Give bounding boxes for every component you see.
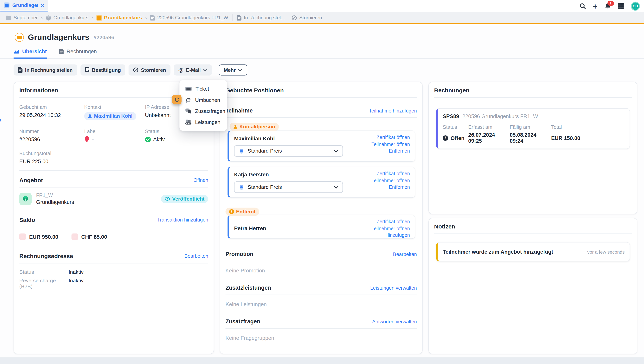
reverse-charge-value: Inaktiv bbox=[69, 278, 84, 289]
tab-uebersicht[interactable]: Übersicht bbox=[14, 48, 47, 58]
removed-badge: ! Entfernt bbox=[225, 208, 259, 216]
invoices-panel: Rechnungen SPS89 220596 Grundlagenkurs F… bbox=[428, 82, 637, 214]
tab-rechnungen[interactable]: Rechnungen bbox=[59, 48, 97, 58]
open-certificate-link[interactable]: Zertifikat öffnen bbox=[377, 134, 410, 140]
edit-address-link[interactable]: Bearbeiten bbox=[184, 253, 208, 259]
participant-card: Katja Gersten Zertifikat öffnen Teilnehm… bbox=[227, 166, 415, 198]
add-transaction-link[interactable]: Transaktion hinzufügen bbox=[157, 217, 208, 223]
remove-link[interactable]: Entfernen bbox=[389, 184, 410, 190]
invoice-card[interactable]: SPS89 220596 Grundlagenkurs FR1_W Status… bbox=[436, 108, 630, 149]
participant-card: Maximilian Kohl Zertifikat öffnen Teilne… bbox=[227, 130, 415, 162]
questions-empty-text: Keine Fragegruppen bbox=[220, 328, 422, 347]
number-value: #220596 bbox=[19, 136, 84, 142]
invoice-button[interactable]: In Rechnung stellen bbox=[14, 64, 77, 76]
chevron-right-icon: › bbox=[145, 14, 147, 21]
saldo-item: − EUR 950.00 bbox=[19, 234, 58, 240]
person-icon bbox=[233, 125, 237, 129]
invoice-due-value: 05.08.2024 09:24 bbox=[510, 132, 551, 144]
invoice-status-label: Status bbox=[443, 124, 468, 130]
price-select-value: Standard Preis bbox=[248, 184, 282, 190]
offer-item[interactable]: FR1_W Grundlagenkurs Veröffentlicht bbox=[14, 188, 214, 210]
invoices-panel-title: Rechnungen bbox=[434, 87, 469, 94]
action-toolbar: In Rechnung stellen Bestätigung Stornier… bbox=[14, 64, 644, 76]
ban-icon bbox=[133, 68, 139, 73]
note-card: Teilnehmer wurde zum Angebot hinzugefügt… bbox=[436, 242, 630, 262]
apps-grid-icon[interactable] bbox=[618, 3, 624, 9]
remove-link[interactable]: Entfernen bbox=[389, 148, 410, 154]
price-select[interactable]: Standard Preis bbox=[234, 145, 343, 157]
breadcrumb-action-invoice[interactable]: In Rechnung stel... bbox=[237, 15, 285, 20]
chevron-down-icon bbox=[334, 186, 338, 188]
invoice-status-value: ! Offen bbox=[443, 132, 468, 144]
add-icon[interactable]: + bbox=[593, 2, 597, 10]
open-certificate-link[interactable]: Zertifikat öffnen bbox=[377, 171, 410, 176]
eye-icon bbox=[165, 197, 170, 200]
add-participation-link[interactable]: Teilnahme hinzufügen bbox=[369, 108, 417, 114]
note-timestamp: vor a few seconds bbox=[587, 249, 625, 254]
tag-icon bbox=[84, 136, 90, 142]
participation-title: Teilnahme bbox=[225, 108, 252, 114]
offer-code: FR1_W bbox=[36, 192, 74, 198]
manage-answers-link[interactable]: Antworten verwalten bbox=[372, 319, 417, 324]
more-button[interactable]: Mehr bbox=[219, 64, 247, 76]
reverse-charge-label: Reverse charge (B2B) bbox=[19, 278, 69, 289]
open-participant-link[interactable]: Teilnehmer öffnen bbox=[372, 141, 410, 147]
chevron-down-icon bbox=[203, 69, 207, 71]
edit-promotion-link[interactable]: Bearbeiten bbox=[393, 251, 417, 257]
invoice-number: SPS89 bbox=[443, 113, 459, 120]
breadcrumb-item-course-active[interactable]: Grundlagenkurs bbox=[97, 15, 142, 20]
services-empty-text: Keine Leistungen bbox=[220, 295, 422, 314]
invoice-due-label: Fällig am bbox=[510, 124, 551, 130]
confirmation-button[interactable]: Bestätigung bbox=[80, 64, 125, 76]
label-label: Label bbox=[84, 128, 145, 134]
annotation-marker: C bbox=[172, 95, 182, 104]
breadcrumb-item-booking[interactable]: 220596 Grundlagenkurs FR1_W bbox=[150, 15, 228, 20]
add-link[interactable]: Hinzufügen bbox=[385, 232, 410, 238]
file-icon bbox=[237, 15, 241, 20]
person-icon bbox=[88, 114, 92, 118]
participant-card: Petra Herren Zertifikat öffnen Teilnehme… bbox=[227, 214, 415, 239]
chevron-down-icon bbox=[334, 150, 338, 152]
invoice-name: 220596 Grundlagenkurs FR1_W bbox=[462, 113, 538, 120]
more-dropdown-menu: Ticket Umbuchen Zusatzfragen Leistungen bbox=[179, 80, 227, 131]
booking-total-value: EUR 225.00 bbox=[19, 158, 84, 164]
chevron-right-icon: › bbox=[92, 14, 94, 21]
avatar[interactable]: CB bbox=[631, 2, 640, 11]
ticket-circle-icon bbox=[15, 33, 24, 42]
menu-item-leistungen[interactable]: Leistungen bbox=[179, 116, 227, 128]
file-icon bbox=[18, 68, 23, 73]
contact-pill[interactable]: Maximilian Kohl bbox=[84, 112, 136, 120]
contact-person-badge: Kontaktperson bbox=[230, 123, 279, 131]
offer-open-link[interactable]: Öffnen bbox=[194, 177, 208, 183]
ban-icon bbox=[291, 15, 297, 20]
breadcrumb-item-offer[interactable]: Grundlagenkurs bbox=[46, 15, 88, 20]
main-content: Grundlagenkurs #220596 Übersicht Rechnun… bbox=[0, 25, 644, 357]
at-icon: @ bbox=[178, 67, 184, 73]
notifications-bell-icon[interactable]: 1 bbox=[604, 3, 611, 10]
services-title: Zusatzleistungen bbox=[225, 285, 271, 291]
browser-tab[interactable]: Grundlagenkurs ✕ bbox=[1, 0, 48, 12]
open-certificate-link[interactable]: Zertifikat öffnen bbox=[377, 219, 410, 224]
email-button[interactable]: @ E-Mail bbox=[174, 64, 212, 76]
menu-item-zusatzfragen[interactable]: Zusatzfragen bbox=[179, 106, 227, 116]
manage-services-link[interactable]: Leistungen verwalten bbox=[370, 285, 417, 291]
offer-name: Grundlagenkurs bbox=[36, 199, 74, 205]
open-participant-link[interactable]: Teilnehmer öffnen bbox=[372, 178, 410, 183]
search-icon[interactable] bbox=[579, 3, 586, 10]
breadcrumb-item-september[interactable]: September bbox=[6, 15, 38, 20]
open-participant-link[interactable]: Teilnehmer öffnen bbox=[372, 226, 410, 231]
tab-close-icon[interactable]: ✕ bbox=[41, 3, 44, 8]
menu-item-umbuchen[interactable]: Umbuchen bbox=[179, 94, 227, 105]
menu-item-ticket[interactable]: Ticket bbox=[179, 83, 227, 94]
cancel-button[interactable]: Stornieren bbox=[129, 64, 171, 76]
price-select[interactable]: Standard Preis bbox=[234, 182, 343, 193]
promotion-title: Promotion bbox=[225, 251, 253, 257]
status-value: Aktiv bbox=[153, 136, 165, 142]
receipt-icon bbox=[85, 68, 89, 73]
conveyor-icon bbox=[185, 120, 191, 125]
billing-address-rows: StatusInaktiv Reverse charge (B2B)Inakti… bbox=[14, 264, 214, 295]
breadcrumb-action-cancel[interactable]: Stornieren bbox=[291, 15, 322, 20]
cube-icon bbox=[46, 15, 51, 20]
file-icon bbox=[150, 15, 155, 20]
promotion-empty-text: Keine Promotion bbox=[220, 262, 422, 280]
